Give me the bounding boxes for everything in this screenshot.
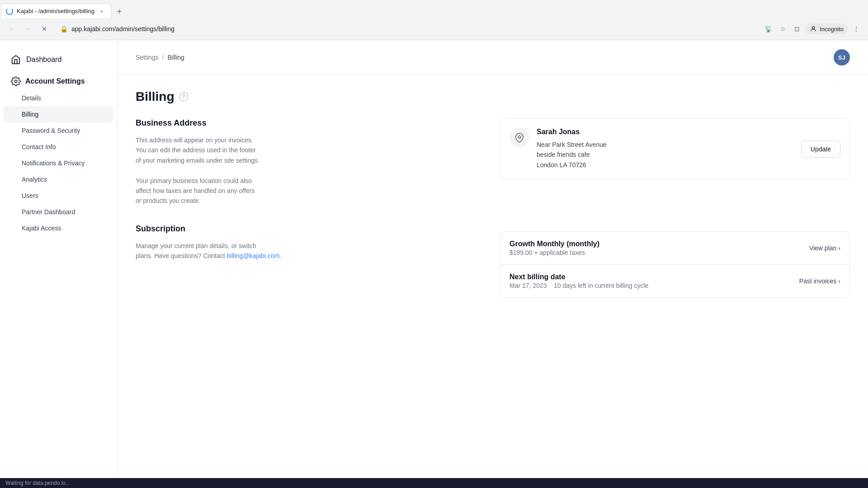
sidebar-item-analytics[interactable]: Analytics bbox=[0, 171, 117, 188]
settings-gear-icon bbox=[11, 76, 21, 86]
past-invoices-chevron-icon: › bbox=[838, 277, 840, 285]
sidebar-dashboard[interactable]: Dashboard bbox=[0, 49, 117, 70]
sidebar-item-users-label: Users bbox=[22, 192, 38, 199]
sidebar-item-kajabi-access-label: Kajabi Access bbox=[22, 225, 61, 232]
plan-info: Growth Monthly (monthly) $199.00 + appli… bbox=[509, 240, 599, 256]
address-line-2: beside friends cafe bbox=[537, 150, 794, 160]
subscription-desc-3: . bbox=[280, 252, 282, 259]
page-body: Billing ? Business Address This address … bbox=[118, 75, 868, 330]
update-button[interactable]: Update bbox=[801, 141, 840, 158]
billing-date-value: Mar 17, 2023 bbox=[509, 282, 547, 289]
subscription-plan-row: Growth Monthly (monthly) $199.00 + appli… bbox=[500, 232, 849, 265]
sidebar-item-billing[interactable]: Billing bbox=[4, 106, 113, 122]
subscription-desc-1: Manage your current plan details, or swi… bbox=[136, 242, 256, 249]
sidebar-item-notifications-privacy-label: Notifications & Privacy bbox=[22, 160, 85, 167]
incognito-label: Incognito bbox=[820, 26, 844, 33]
subscription-desc-2: plans. Have questions? Contact bbox=[136, 252, 225, 259]
status-bar: Waiting for data.pendo.io... bbox=[0, 478, 868, 488]
dashboard-label: Dashboard bbox=[26, 56, 61, 64]
plan-name: Growth Monthly (monthly) bbox=[509, 240, 599, 248]
plan-price: $199.00 + applicable taxes bbox=[509, 249, 599, 256]
location-pin-icon bbox=[514, 133, 524, 143]
address-info: Sarah Jonas Near Park Street Avenue besi… bbox=[537, 128, 794, 170]
business-address-card-container: Sarah Jonas Near Park Street Avenue besi… bbox=[500, 118, 850, 206]
next-billing-label: Next billing date bbox=[509, 273, 648, 281]
sidebar-item-password-security-label: Password & Security bbox=[22, 127, 80, 134]
sidebar-item-users[interactable]: Users bbox=[0, 188, 117, 204]
account-settings-section[interactable]: Account Settings bbox=[0, 70, 117, 90]
subscription-section: Subscription Manage your current plan de… bbox=[136, 224, 850, 298]
avatar-initials: SJ bbox=[838, 54, 845, 61]
more-button[interactable]: ⋮ bbox=[850, 23, 863, 35]
cast-icon[interactable]: 📡 bbox=[762, 23, 774, 35]
business-address-description: Business Address This address will appea… bbox=[136, 118, 486, 206]
active-tab[interactable]: Kajabi - /admin/settings/billing × bbox=[0, 4, 111, 18]
sidebar-item-password-security[interactable]: Password & Security bbox=[0, 122, 117, 139]
subscription-desc: Manage your current plan details, or swi… bbox=[136, 241, 486, 261]
business-address-desc-5: Your primary business location could als… bbox=[136, 177, 252, 184]
tab-close-button[interactable]: × bbox=[98, 8, 105, 15]
chevron-right-icon: › bbox=[838, 244, 840, 252]
subscription-card-container: Growth Monthly (monthly) $199.00 + appli… bbox=[500, 224, 850, 298]
reload-button[interactable]: ✕ bbox=[38, 23, 51, 35]
address-bar[interactable]: 🔒 app.kajabi.com/admin/settings/billing bbox=[54, 22, 758, 36]
sidebar-item-contact-info-label: Contact Info bbox=[22, 143, 56, 150]
address-bar-row: ← → ✕ 🔒 app.kajabi.com/admin/settings/bi… bbox=[0, 18, 868, 40]
forward-button[interactable]: → bbox=[22, 23, 34, 35]
svg-point-2 bbox=[518, 136, 521, 138]
sidebar-item-partner-dashboard-label: Partner Dashboard bbox=[22, 208, 75, 216]
past-invoices-link[interactable]: Past invoices › bbox=[799, 277, 840, 285]
new-tab-button[interactable]: + bbox=[113, 5, 126, 18]
breadcrumb-billing: Billing bbox=[167, 54, 184, 61]
tab-bar: Kajabi - /admin/settings/billing × + bbox=[0, 0, 868, 18]
help-icon-label: ? bbox=[182, 94, 185, 100]
page-title: Billing bbox=[136, 89, 175, 104]
view-plan-link[interactable]: View plan › bbox=[809, 244, 840, 252]
app-layout: Dashboard Account Settings Details Billi… bbox=[0, 40, 868, 478]
status-text: Waiting for data.pendo.io... bbox=[5, 480, 70, 486]
address-name: Sarah Jonas bbox=[537, 128, 794, 136]
next-billing-row: Next billing date Mar 17, 2023 10 days l… bbox=[500, 265, 849, 297]
tab-spinner bbox=[6, 8, 13, 15]
incognito-button[interactable]: Incognito bbox=[805, 23, 848, 34]
breadcrumb-separator: / bbox=[162, 54, 164, 61]
business-address-section: Business Address This address will appea… bbox=[136, 118, 850, 206]
sidebar-item-notifications-privacy[interactable]: Notifications & Privacy bbox=[0, 155, 117, 171]
account-settings-label: Account Settings bbox=[25, 77, 85, 85]
help-icon[interactable]: ? bbox=[179, 92, 188, 101]
sidebar-item-billing-label: Billing bbox=[22, 111, 38, 118]
business-address-desc-2: You can edit the address used in the foo… bbox=[136, 146, 256, 154]
billing-date-info: Next billing date Mar 17, 2023 10 days l… bbox=[509, 273, 648, 289]
sidebar-item-details[interactable]: Details bbox=[0, 90, 117, 106]
sidebar-item-details-label: Details bbox=[22, 94, 41, 102]
main-content: Settings / Billing SJ Billing ? Business… bbox=[118, 40, 868, 478]
svg-point-1 bbox=[14, 80, 17, 83]
subscription-description: Subscription Manage your current plan de… bbox=[136, 224, 486, 298]
address-card: Sarah Jonas Near Park Street Avenue besi… bbox=[500, 118, 850, 179]
sidebar-item-kajabi-access[interactable]: Kajabi Access bbox=[0, 220, 117, 236]
business-address-title: Business Address bbox=[136, 118, 486, 128]
address-line-3: London LA 70726 bbox=[537, 160, 794, 170]
past-invoices-label: Past invoices bbox=[799, 277, 836, 285]
sidebar-icon[interactable]: ⊡ bbox=[791, 23, 803, 35]
breadcrumb: Settings / Billing bbox=[136, 54, 184, 61]
business-address-desc-6: affect how taxes are handled on any offe… bbox=[136, 187, 255, 194]
address-line-1: Near Park Street Avenue bbox=[537, 140, 794, 150]
back-button[interactable]: ← bbox=[5, 23, 18, 35]
billing-date: Mar 17, 2023 10 days left in current bil… bbox=[509, 282, 648, 289]
breadcrumb-settings[interactable]: Settings bbox=[136, 54, 159, 61]
sidebar-item-partner-dashboard[interactable]: Partner Dashboard bbox=[0, 204, 117, 220]
business-address-desc-1: This address will appear on your invoice… bbox=[136, 136, 253, 144]
bookmark-icon[interactable]: ☆ bbox=[776, 23, 789, 35]
page-title-row: Billing ? bbox=[136, 89, 850, 104]
sidebar: Dashboard Account Settings Details Billi… bbox=[0, 40, 118, 478]
browser-chrome: Kajabi - /admin/settings/billing × + ← →… bbox=[0, 0, 868, 40]
avatar[interactable]: SJ bbox=[834, 49, 850, 66]
svg-point-0 bbox=[812, 27, 815, 29]
subscription-title: Subscription bbox=[136, 224, 486, 234]
billing-email-link[interactable]: billing@kajabi.com bbox=[227, 252, 280, 259]
business-address-desc-7: or products you create. bbox=[136, 197, 200, 204]
home-icon bbox=[11, 55, 21, 65]
incognito-icon bbox=[810, 25, 817, 33]
sidebar-item-contact-info[interactable]: Contact Info bbox=[0, 139, 117, 155]
